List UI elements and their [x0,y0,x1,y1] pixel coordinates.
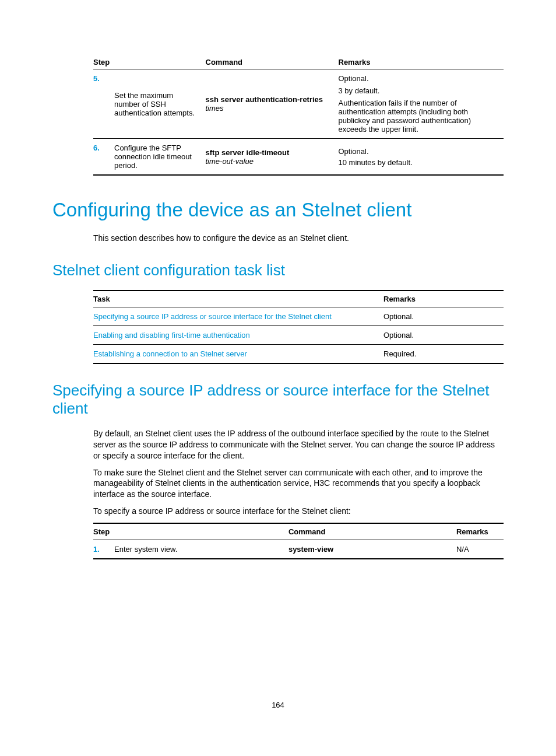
step-number: 6. [93,139,114,176]
body-paragraph: This section describes how to configure … [93,233,504,244]
command-cell: sftp server idle-timeout time-out-value [206,139,339,176]
body-paragraph: By default, an Stelnet client uses the I… [93,428,504,461]
step-description: Enter system view. [114,540,288,559]
heading-h2: Specifying a source IP address or source… [52,382,504,418]
page-number: 164 [0,701,556,709]
task-link[interactable]: Enabling and disabling first-time authen… [93,326,383,344]
command-bold: sftp server idle-timeout [206,148,290,157]
remarks-cell: Optional. [383,307,504,326]
command-bold: system-view [288,540,456,559]
body-paragraph: To specify a source IP address or source… [93,506,504,517]
table-header: Remarks [456,523,504,540]
command-cell: ssh server authentication-retries times [206,69,339,139]
task-link[interactable]: Establishing a connection to an Stelnet … [93,344,383,363]
remarks-line: Optional. [339,147,499,156]
table-header: Remarks [339,55,504,69]
table-row: Establishing a connection to an Stelnet … [93,344,504,363]
heading-h2: Stelnet client configuration task list [52,261,504,279]
remarks-cell: Optional. 10 minutes by default. [339,139,504,176]
remarks-line: 3 by default. [339,86,499,95]
table-header: Command [288,523,456,540]
command-bold: ssh server authentication-retries [206,95,323,104]
step-command-table-1: Step Command Remarks 5. Set the maximum … [93,55,504,176]
remarks-cell: Optional. 3 by default. Authentication f… [339,69,504,139]
remarks-line: Authentication fails if the number of au… [339,99,499,134]
remarks-line: Optional. [339,74,499,83]
table-header: Task [93,290,383,307]
remarks-line: 10 minutes by default. [339,158,499,167]
table-header: Step [93,523,288,540]
task-list-table: Task Remarks Specifying a source IP addr… [93,290,504,364]
table-row: 1. Enter system view. system-view N/A [93,540,504,559]
step-description: Configure the SFTP connection idle timeo… [114,139,206,176]
step-number: 1. [93,540,114,559]
remarks-cell: Optional. [383,326,504,344]
table-header: Step [93,55,206,69]
body-paragraph: To make sure the Stelnet client and the … [93,467,504,501]
document-page: Step Command Remarks 5. Set the maximum … [0,0,556,756]
heading-h1: Configuring the device as an Stelnet cli… [52,199,504,221]
task-link[interactable]: Specifying a source IP address or source… [93,307,383,326]
step-description: Set the maximum number of SSH authentica… [114,69,206,139]
remarks-cell: Required. [383,344,504,363]
remarks-cell: N/A [456,540,504,559]
table-header: Remarks [383,290,504,307]
command-arg: time-out-value [206,157,254,166]
table-row: 6. Configure the SFTP connection idle ti… [93,139,504,176]
table-row: Specifying a source IP address or source… [93,307,504,326]
command-arg: times [206,104,224,113]
table-row: Enabling and disabling first-time authen… [93,326,504,344]
step-command-table-2: Step Command Remarks 1. Enter system vie… [93,523,504,559]
step-number: 5. [93,69,114,139]
table-header: Command [206,55,339,69]
table-row: 5. Set the maximum number of SSH authent… [93,69,504,139]
